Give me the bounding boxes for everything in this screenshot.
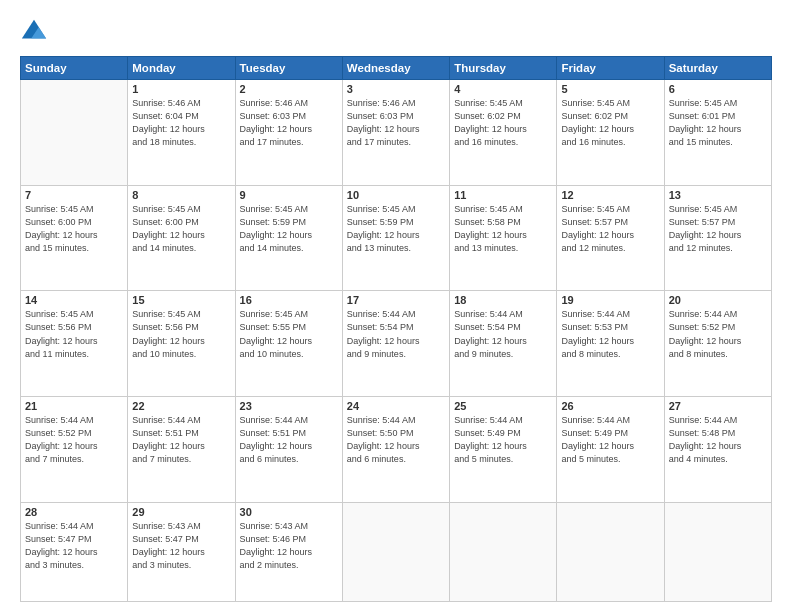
weekday-header-row: SundayMondayTuesdayWednesdayThursdayFrid…: [21, 57, 772, 80]
header: [20, 18, 772, 46]
calendar-cell: 30Sunrise: 5:43 AM Sunset: 5:46 PM Dayli…: [235, 502, 342, 601]
page: SundayMondayTuesdayWednesdayThursdayFrid…: [0, 0, 792, 612]
weekday-header-tuesday: Tuesday: [235, 57, 342, 80]
calendar-cell: 14Sunrise: 5:45 AM Sunset: 5:56 PM Dayli…: [21, 291, 128, 397]
day-number: 10: [347, 189, 445, 201]
calendar-cell: 1Sunrise: 5:46 AM Sunset: 6:04 PM Daylig…: [128, 80, 235, 186]
day-info: Sunrise: 5:44 AM Sunset: 5:52 PM Dayligh…: [25, 414, 123, 466]
calendar-cell: 12Sunrise: 5:45 AM Sunset: 5:57 PM Dayli…: [557, 185, 664, 291]
calendar-week-row: 1Sunrise: 5:46 AM Sunset: 6:04 PM Daylig…: [21, 80, 772, 186]
calendar-cell: 7Sunrise: 5:45 AM Sunset: 6:00 PM Daylig…: [21, 185, 128, 291]
weekday-header-sunday: Sunday: [21, 57, 128, 80]
day-info: Sunrise: 5:45 AM Sunset: 6:01 PM Dayligh…: [669, 97, 767, 149]
weekday-header-thursday: Thursday: [450, 57, 557, 80]
day-info: Sunrise: 5:45 AM Sunset: 6:02 PM Dayligh…: [561, 97, 659, 149]
calendar-cell: 19Sunrise: 5:44 AM Sunset: 5:53 PM Dayli…: [557, 291, 664, 397]
day-number: 4: [454, 83, 552, 95]
day-number: 9: [240, 189, 338, 201]
day-info: Sunrise: 5:44 AM Sunset: 5:52 PM Dayligh…: [669, 308, 767, 360]
day-info: Sunrise: 5:44 AM Sunset: 5:54 PM Dayligh…: [347, 308, 445, 360]
day-info: Sunrise: 5:45 AM Sunset: 5:59 PM Dayligh…: [240, 203, 338, 255]
weekday-header-monday: Monday: [128, 57, 235, 80]
calendar-cell: 16Sunrise: 5:45 AM Sunset: 5:55 PM Dayli…: [235, 291, 342, 397]
day-number: 29: [132, 506, 230, 518]
calendar-week-row: 7Sunrise: 5:45 AM Sunset: 6:00 PM Daylig…: [21, 185, 772, 291]
day-info: Sunrise: 5:46 AM Sunset: 6:04 PM Dayligh…: [132, 97, 230, 149]
day-info: Sunrise: 5:43 AM Sunset: 5:47 PM Dayligh…: [132, 520, 230, 572]
day-info: Sunrise: 5:44 AM Sunset: 5:50 PM Dayligh…: [347, 414, 445, 466]
day-info: Sunrise: 5:45 AM Sunset: 5:57 PM Dayligh…: [561, 203, 659, 255]
calendar-cell: 15Sunrise: 5:45 AM Sunset: 5:56 PM Dayli…: [128, 291, 235, 397]
day-info: Sunrise: 5:46 AM Sunset: 6:03 PM Dayligh…: [240, 97, 338, 149]
day-info: Sunrise: 5:44 AM Sunset: 5:51 PM Dayligh…: [132, 414, 230, 466]
day-number: 2: [240, 83, 338, 95]
calendar-cell: 11Sunrise: 5:45 AM Sunset: 5:58 PM Dayli…: [450, 185, 557, 291]
calendar-cell: [450, 502, 557, 601]
day-info: Sunrise: 5:45 AM Sunset: 5:58 PM Dayligh…: [454, 203, 552, 255]
logo-icon: [20, 18, 48, 46]
calendar-cell: 10Sunrise: 5:45 AM Sunset: 5:59 PM Dayli…: [342, 185, 449, 291]
day-number: 21: [25, 400, 123, 412]
day-info: Sunrise: 5:45 AM Sunset: 5:56 PM Dayligh…: [25, 308, 123, 360]
day-number: 17: [347, 294, 445, 306]
day-info: Sunrise: 5:45 AM Sunset: 6:02 PM Dayligh…: [454, 97, 552, 149]
day-number: 27: [669, 400, 767, 412]
logo: [20, 18, 52, 46]
day-number: 8: [132, 189, 230, 201]
day-number: 5: [561, 83, 659, 95]
day-info: Sunrise: 5:46 AM Sunset: 6:03 PM Dayligh…: [347, 97, 445, 149]
calendar-cell: 27Sunrise: 5:44 AM Sunset: 5:48 PM Dayli…: [664, 397, 771, 503]
calendar-cell: 2Sunrise: 5:46 AM Sunset: 6:03 PM Daylig…: [235, 80, 342, 186]
day-number: 19: [561, 294, 659, 306]
day-number: 30: [240, 506, 338, 518]
calendar-cell: 4Sunrise: 5:45 AM Sunset: 6:02 PM Daylig…: [450, 80, 557, 186]
day-info: Sunrise: 5:44 AM Sunset: 5:47 PM Dayligh…: [25, 520, 123, 572]
day-number: 28: [25, 506, 123, 518]
calendar-cell: 25Sunrise: 5:44 AM Sunset: 5:49 PM Dayli…: [450, 397, 557, 503]
day-number: 25: [454, 400, 552, 412]
calendar-cell: 20Sunrise: 5:44 AM Sunset: 5:52 PM Dayli…: [664, 291, 771, 397]
calendar-cell: 23Sunrise: 5:44 AM Sunset: 5:51 PM Dayli…: [235, 397, 342, 503]
day-number: 11: [454, 189, 552, 201]
weekday-header-wednesday: Wednesday: [342, 57, 449, 80]
calendar-week-row: 21Sunrise: 5:44 AM Sunset: 5:52 PM Dayli…: [21, 397, 772, 503]
day-info: Sunrise: 5:45 AM Sunset: 5:56 PM Dayligh…: [132, 308, 230, 360]
day-number: 3: [347, 83, 445, 95]
day-info: Sunrise: 5:45 AM Sunset: 6:00 PM Dayligh…: [132, 203, 230, 255]
weekday-header-saturday: Saturday: [664, 57, 771, 80]
calendar-cell: [342, 502, 449, 601]
day-info: Sunrise: 5:45 AM Sunset: 6:00 PM Dayligh…: [25, 203, 123, 255]
calendar-cell: 18Sunrise: 5:44 AM Sunset: 5:54 PM Dayli…: [450, 291, 557, 397]
day-number: 6: [669, 83, 767, 95]
calendar-table: SundayMondayTuesdayWednesdayThursdayFrid…: [20, 56, 772, 602]
day-info: Sunrise: 5:44 AM Sunset: 5:49 PM Dayligh…: [454, 414, 552, 466]
day-info: Sunrise: 5:44 AM Sunset: 5:54 PM Dayligh…: [454, 308, 552, 360]
day-number: 26: [561, 400, 659, 412]
day-number: 23: [240, 400, 338, 412]
calendar-cell: 26Sunrise: 5:44 AM Sunset: 5:49 PM Dayli…: [557, 397, 664, 503]
calendar-cell: 5Sunrise: 5:45 AM Sunset: 6:02 PM Daylig…: [557, 80, 664, 186]
day-number: 13: [669, 189, 767, 201]
calendar-cell: [21, 80, 128, 186]
calendar-cell: 24Sunrise: 5:44 AM Sunset: 5:50 PM Dayli…: [342, 397, 449, 503]
day-info: Sunrise: 5:43 AM Sunset: 5:46 PM Dayligh…: [240, 520, 338, 572]
day-number: 18: [454, 294, 552, 306]
calendar-cell: 3Sunrise: 5:46 AM Sunset: 6:03 PM Daylig…: [342, 80, 449, 186]
calendar-cell: 22Sunrise: 5:44 AM Sunset: 5:51 PM Dayli…: [128, 397, 235, 503]
calendar-cell: 6Sunrise: 5:45 AM Sunset: 6:01 PM Daylig…: [664, 80, 771, 186]
calendar-cell: 29Sunrise: 5:43 AM Sunset: 5:47 PM Dayli…: [128, 502, 235, 601]
day-info: Sunrise: 5:44 AM Sunset: 5:48 PM Dayligh…: [669, 414, 767, 466]
day-info: Sunrise: 5:44 AM Sunset: 5:51 PM Dayligh…: [240, 414, 338, 466]
day-info: Sunrise: 5:45 AM Sunset: 5:59 PM Dayligh…: [347, 203, 445, 255]
calendar-cell: 21Sunrise: 5:44 AM Sunset: 5:52 PM Dayli…: [21, 397, 128, 503]
day-number: 16: [240, 294, 338, 306]
calendar-cell: 9Sunrise: 5:45 AM Sunset: 5:59 PM Daylig…: [235, 185, 342, 291]
weekday-header-friday: Friday: [557, 57, 664, 80]
calendar-cell: 28Sunrise: 5:44 AM Sunset: 5:47 PM Dayli…: [21, 502, 128, 601]
calendar-week-row: 14Sunrise: 5:45 AM Sunset: 5:56 PM Dayli…: [21, 291, 772, 397]
calendar-week-row: 28Sunrise: 5:44 AM Sunset: 5:47 PM Dayli…: [21, 502, 772, 601]
day-number: 24: [347, 400, 445, 412]
day-number: 22: [132, 400, 230, 412]
calendar-cell: 13Sunrise: 5:45 AM Sunset: 5:57 PM Dayli…: [664, 185, 771, 291]
day-info: Sunrise: 5:45 AM Sunset: 5:57 PM Dayligh…: [669, 203, 767, 255]
